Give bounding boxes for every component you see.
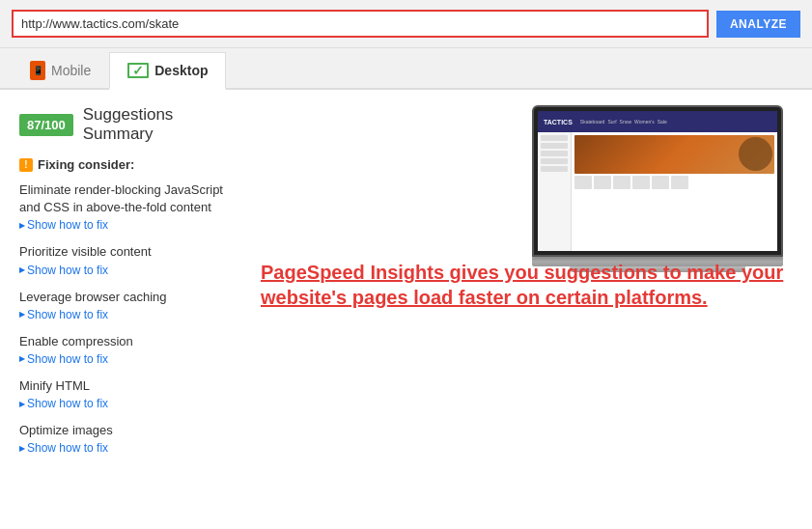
preview-grid-item-1 [574,176,592,189]
suggestion-text-5: Minify HTML [19,377,232,395]
mobile-icon: 📱 [30,61,45,80]
tab-mobile[interactable]: 📱 Mobile [12,50,109,90]
tab-mobile-label: Mobile [51,63,91,78]
warning-header: ! Fixing consider: [19,157,232,172]
left-panel: 87/100 Suggestions Summary ! Fixing cons… [19,105,232,516]
suggestion-text-4: Enable compression [19,333,232,350]
preview-nav-item-5: Sale [658,119,667,125]
suggestion-text-1: Eliminate render-blocking JavaScript and… [19,181,232,216]
preview-grid-item-5 [652,176,669,189]
preview-sidebar-item [541,151,568,156]
show-howto-5[interactable]: Show how to fix [19,397,232,410]
suggestion-item-2: Prioritize visible content Show how to f… [19,243,232,276]
summary-title: Suggestions Summary [83,105,232,144]
website-preview: TACTICS Skateboard Surf Snow Women's Sal… [538,111,777,251]
warning-header-text: Fixing consider: [38,157,134,172]
preview-banner [574,135,774,174]
show-howto-3[interactable]: Show how to fix [19,308,232,321]
preview-grid [574,176,774,189]
preview-sidebar-item [541,143,568,149]
preview-sidebar-item [541,166,568,172]
preview-content: TACTICS Skateboard Surf Snow Women's Sal… [538,111,777,251]
annotation-text: PageSpeed Insights gives you suggestions… [261,262,783,308]
show-howto-4[interactable]: Show how to fix [19,352,232,366]
tab-desktop-label: Desktop [154,63,208,78]
suggestion-item-3: Leverage browser caching Show how to fix [19,289,232,321]
show-howto-6[interactable]: Show how to fix [19,441,232,455]
suggestion-item-6: Optimize images Show how to fix [19,422,232,455]
tab-desktop[interactable]: ✓ Desktop [109,52,226,90]
preview-main [572,132,777,251]
laptop-illustration: TACTICS Skateboard Surf Snow Women's Sal… [532,105,783,272]
main-content: 87/100 Suggestions Summary ! Fixing cons… [0,90,812,529]
preview-grid-item-2 [594,176,611,189]
preview-banner-overlay [739,137,772,171]
preview-grid-item-4 [632,176,650,189]
suggestion-text-2: Prioritize visible content [19,243,232,261]
desktop-icon: ✓ [127,63,149,78]
preview-sidebar [538,132,572,251]
preview-nav-item-1: Skateboard [580,119,605,125]
preview-body [538,132,777,251]
preview-nav-item-3: Snow [620,119,632,125]
suggestion-item-5: Minify HTML Show how to fix [19,377,232,410]
preview-nav-item-2: Surf [607,119,616,125]
preview-grid-item-3 [613,176,630,189]
suggestion-text-6: Optimize images [19,422,232,439]
laptop-screen: TACTICS Skateboard Surf Snow Women's Sal… [532,105,783,257]
preview-nav: Skateboard Surf Snow Women's Sale [580,119,667,125]
preview-logo: TACTICS [544,119,573,125]
preview-header: TACTICS Skateboard Surf Snow Women's Sal… [538,111,777,132]
laptop: TACTICS Skateboard Surf Snow Women's Sal… [532,105,783,272]
right-panel: TACTICS Skateboard Surf Snow Women's Sal… [251,105,793,516]
preview-grid-item-6 [671,176,688,189]
warning-icon: ! [19,158,33,172]
show-howto-2[interactable]: Show how to fix [19,264,232,277]
score-section: 87/100 Suggestions Summary [19,105,232,144]
show-howto-1[interactable]: Show how to fix [19,218,232,232]
preview-sidebar-item [541,158,568,164]
preview-nav-item-4: Women's [634,119,655,125]
warning-section: ! Fixing consider: [19,157,232,172]
preview-sidebar-item [541,135,568,141]
suggestion-item-1: Eliminate render-blocking JavaScript and… [19,181,232,232]
tab-bar: 📱 Mobile ✓ Desktop [0,48,812,90]
checkmark-icon: ✓ [132,63,144,78]
analyze-button[interactable]: ANALYZE [716,11,800,38]
annotation-box: PageSpeed Insights gives you suggestions… [261,260,793,310]
url-input[interactable]: http://www.tactics.com/skate [12,10,709,38]
url-bar-section: http://www.tactics.com/skate ANALYZE [0,0,812,48]
suggestion-item-4: Enable compression Show how to fix [19,333,232,366]
suggestion-text-3: Leverage browser caching [19,289,232,306]
score-badge: 87/100 [19,114,73,136]
